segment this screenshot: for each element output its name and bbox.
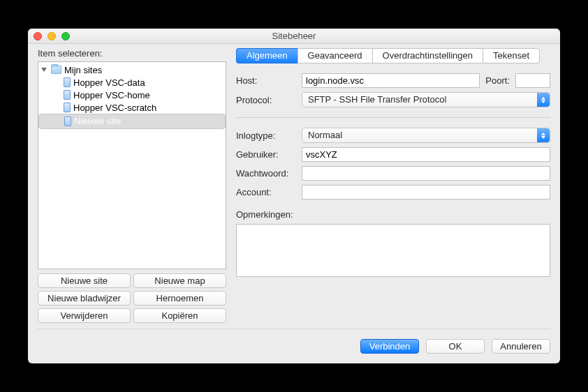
protocol-label: Protocol: [236,95,297,105]
server-icon [64,103,71,112]
port-label: Poort: [485,75,510,86]
server-icon [64,116,71,126]
tab-transfer[interactable]: Overdrachtinstellingen [372,48,483,63]
new-folder-button[interactable]: Nieuwe map [133,273,226,288]
user-label: Gebruiker: [236,149,297,160]
server-icon [64,90,71,100]
tab-charset[interactable]: Tekenset [483,48,540,63]
left-pane: Item selecteren: Mijn sites Hopper VSC-d… [38,48,226,323]
copy-button[interactable]: Kopiëren [133,308,226,323]
cancel-button[interactable]: Annuleren [492,339,550,354]
comments-input[interactable] [236,224,550,277]
ok-button[interactable]: OK [426,339,485,354]
tab-bar: Algemeen Geavanceerd Overdrachtinstellin… [236,48,550,63]
logontype-label: Inlogtype: [236,130,297,141]
right-pane: Algemeen Geavanceerd Overdrachtinstellin… [236,48,550,323]
password-input[interactable] [302,166,550,181]
rename-button[interactable]: Hernoemen [133,291,226,306]
folder-icon [51,66,61,74]
account-input[interactable] [302,185,550,199]
comments-label: Opmerkingen: [236,209,550,220]
tree-item-label: Hopper VSC-home [73,90,150,100]
protocol-select[interactable]: SFTP - SSH File Transfer Protocol [302,92,550,107]
tree-root-label: Mijn sites [64,65,102,75]
password-label: Wachtwoord: [236,168,297,179]
minimize-icon[interactable] [47,32,56,40]
tree-item[interactable]: Hopper VSC-data [38,76,226,89]
logontype-select[interactable]: Normaal [302,128,550,143]
tree-item[interactable]: Hopper VSC-home [38,89,226,101]
disclosure-triangle-icon[interactable] [41,68,47,72]
port-input[interactable] [515,73,550,88]
titlebar: Sitebeheer [28,29,560,44]
site-buttons: Nieuwe site Nieuwe map Nieuwe bladwijzer… [38,273,226,323]
item-select-label: Item selecteren: [38,48,226,59]
tab-advanced[interactable]: Geavanceerd [297,48,372,63]
new-bookmark-button[interactable]: Nieuwe bladwijzer [38,291,131,306]
tree-item-label: Nieuwe site [74,116,121,127]
close-icon[interactable] [34,32,42,40]
zoom-icon[interactable] [61,32,70,40]
separator [236,117,550,118]
tree-item-label: Hopper VSC-scratch [73,103,156,113]
general-form: Host: Poort: Protocol: SFTP - SSH File T… [236,73,550,277]
tree-item-label: Hopper VSC-data [73,77,145,88]
sitebeheer-window: Sitebeheer Item selecteren: Mijn sites H… [28,29,560,363]
host-input[interactable] [302,73,480,88]
content: Item selecteren: Mijn sites Hopper VSC-d… [28,44,560,363]
tab-general[interactable]: Algemeen [236,48,297,63]
server-icon [64,77,71,87]
logontype-value: Normaal [308,130,342,140]
tree-root[interactable]: Mijn sites [38,63,226,76]
host-label: Host: [236,75,297,86]
account-label: Account: [236,187,297,197]
window-title: Sitebeheer [28,31,560,41]
protocol-value: SFTP - SSH File Transfer Protocol [308,94,446,105]
host-row: Poort: [302,73,550,88]
delete-button[interactable]: Verwijderen [38,308,131,323]
chevron-up-down-icon [537,128,550,142]
user-input[interactable] [302,147,550,162]
upper-area: Item selecteren: Mijn sites Hopper VSC-d… [38,48,550,323]
tree-item[interactable]: Hopper VSC-scratch [38,101,226,114]
window-controls [28,32,70,40]
connect-button[interactable]: Verbinden [360,339,419,354]
new-site-button[interactable]: Nieuwe site [38,273,131,288]
dialog-footer: Verbinden OK Annuleren [38,329,550,354]
site-tree[interactable]: Mijn sites Hopper VSC-data Hopper VSC-ho… [38,61,226,269]
chevron-up-down-icon [537,93,550,107]
tree-item-selected[interactable]: Nieuwe site [38,114,226,129]
